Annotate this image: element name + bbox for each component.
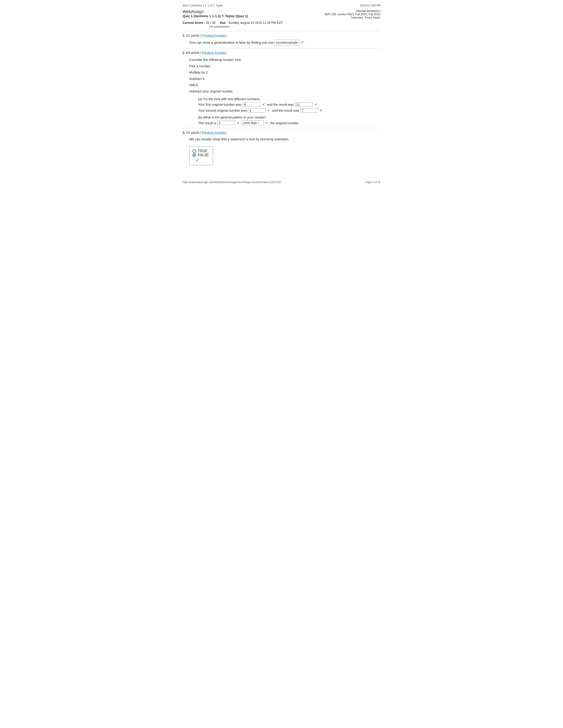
q3-label-true: TRUE (198, 149, 207, 153)
q2a-row2-result-prefix: and the result was (272, 109, 299, 112)
q2a-row1-num: 8 (242, 102, 260, 107)
top-bar-left: Quiz 1 (Sections 1.1–1.3) T. Taylor (182, 4, 223, 7)
q2b-dropdown[interactable]: more than ÷ (241, 120, 263, 125)
q2-number: 2. (182, 51, 185, 54)
question-3-header: 3. 1/1 points | Previous Answers (182, 131, 381, 134)
q2b-answer: 3 (217, 121, 235, 125)
q2a-row1-result-prefix: and the result was (267, 103, 294, 106)
q3-label-false: FALSE (198, 153, 209, 157)
q2a-row2-result-check: ✔ (320, 108, 323, 113)
header-left: WebAssign Quiz 1 (Sections 1.1-1.3) T. T… (182, 9, 248, 18)
q2a-row2-dot: . (325, 109, 326, 112)
footer-bar: http://www.webassign.net/web/Student/Ass… (182, 181, 381, 184)
q2b-prefix: The result is (198, 121, 216, 125)
q2a-row2-num: 4 (248, 108, 265, 113)
trick-line-4: Subtract 3. (189, 76, 381, 82)
q3-points: 1/1 points (186, 131, 199, 134)
trick-line-3: Multiply by 2. (189, 69, 381, 76)
q2-points: 6/6 points (186, 51, 199, 54)
q3-radio-false[interactable] (192, 153, 196, 157)
top-bar-right: 8/23/15, 6:58 PM (360, 4, 381, 7)
q2a-label: (a) Try the trick with two different num… (198, 97, 381, 101)
q1-check-icon: ✔ (301, 40, 304, 45)
q3-option-true[interactable]: TRUE (192, 149, 209, 153)
question-2-body: Consider the following number trick. Pic… (189, 57, 381, 125)
instructor: Instructor: Trena Taylor (325, 16, 381, 19)
q2-sub-b: (b) What is the general pattern in your … (198, 115, 381, 125)
q2b-check: ✔ (237, 121, 240, 125)
q2a-row2-prefix: Your second original number was (198, 109, 247, 112)
trick-line-6: Subtract your original number. (189, 88, 381, 95)
student-name: Hannah Brotherton (325, 9, 381, 13)
q2a-row1-prefix: Your first original number was (198, 103, 241, 106)
score-line: Current Score : 38 / 38 Due : Sunday, Au… (182, 21, 381, 24)
q2b-dropdown-check: ✔ (265, 121, 268, 125)
q2a-row1-dot: . (319, 103, 320, 106)
header-section: WebAssign Quiz 1 (Sections 1.1-1.3) T. T… (182, 9, 381, 19)
score-value: 38 / 38 (206, 21, 215, 24)
q1-number: 1. (182, 34, 185, 37)
q3-text: We can usually show that a statement is … (189, 137, 381, 142)
question-1: 1. 1/1 points | Previous Answers One can… (182, 34, 381, 45)
due-value: Sunday, August 23 2015 11:59 PM EDT (228, 21, 283, 24)
q2a-row1-check: ✔ (262, 102, 265, 107)
q2b-answer-row: The result is 3 ✔ more than ÷ ✔ the orig… (198, 120, 381, 125)
q1-answer-box: counterexample (274, 40, 299, 45)
q1-text: One can show a generalization is false b… (189, 39, 381, 45)
divider-2 (182, 48, 381, 48)
question-1-body: One can show a generalization is false b… (189, 39, 381, 45)
q2a-row1: Your first original number was 8 ✔ and t… (198, 102, 381, 107)
q2b-label: (b) What is the general pattern in your … (198, 115, 381, 119)
q2a-row1-result-check: ✔ (315, 102, 318, 107)
q1-text-part1: One can show a generalization is false b… (189, 41, 273, 44)
q2-sep: | (200, 51, 202, 54)
q2-intro: Consider the following number trick. Pic… (189, 57, 381, 94)
q2a-row2: Your second original number was 4 ✔ and … (198, 108, 381, 113)
q2a-row2-check: ✔ (267, 108, 270, 113)
divider-3 (182, 128, 381, 128)
q3-option-false[interactable]: FALSE (192, 153, 209, 157)
footer-page: Page 1 of 10 (366, 181, 381, 184)
question-3: 3. 1/1 points | Previous Answers We can … (182, 131, 381, 167)
due-label: Due : (220, 21, 227, 24)
q3-check-icon: ✔ (195, 158, 209, 163)
score-label: Current Score : (182, 21, 205, 24)
q1-sep: | (200, 34, 202, 37)
q1-trailing: . (305, 41, 306, 44)
q3-number: 3. (182, 131, 185, 134)
q2a-row1-result: 11 (295, 102, 313, 107)
question-2: 2. 6/6 points | Previous Answers Conside… (182, 51, 381, 125)
trick-line-1: Consider the following number trick. (189, 57, 381, 63)
q2a-row2-result: 7 (300, 108, 318, 113)
top-bar: Quiz 1 (Sections 1.1–1.3) T. Taylor 8/23… (182, 4, 381, 7)
q1-points: 1/1 points (186, 34, 199, 37)
q3-prev-answers[interactable]: Previous Answers (202, 131, 226, 134)
trick-line-2: Pick a number. (189, 63, 381, 69)
app-name: WebAssign (182, 9, 248, 14)
question-3-body: We can usually show that a statement is … (189, 137, 381, 167)
q3-radio-group: TRUE FALSE ✔ (189, 146, 213, 165)
course-info: MAT 205, section B5Z1 Fall 2015, Fall 20… (325, 13, 381, 16)
q1-prev-answers[interactable]: Previous Answers (202, 34, 226, 37)
q3-sep: | (200, 131, 202, 134)
q2-sub-a: (a) Try the trick with two different num… (198, 97, 381, 113)
trick-line-5: Add 6. (189, 82, 381, 88)
question-1-header: 1. 1/1 points | Previous Answers (182, 34, 381, 37)
footer-url: http://www.webassign.net/web/Student/Ass… (182, 181, 281, 184)
q3-radio-true[interactable] (192, 149, 196, 153)
q2-prev-answers[interactable]: Previous Answers (202, 51, 226, 54)
header-right: Hannah Brotherton MAT 205, section B5Z1 … (325, 9, 381, 19)
submissions: 2/4 submissions (209, 25, 381, 28)
quiz-title: Quiz 1 (Sections 1.1-1.3) T. Taylor (Qui… (182, 14, 248, 18)
q2b-suffix: the original number. (270, 121, 300, 125)
question-2-header: 2. 6/6 points | Previous Answers (182, 51, 381, 54)
